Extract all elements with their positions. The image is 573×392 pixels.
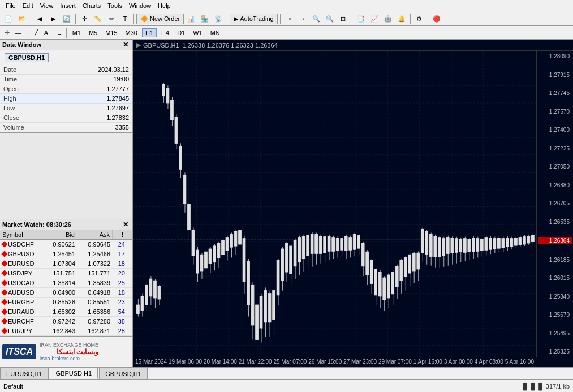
chart-arrow-icon: ▶: [136, 41, 141, 49]
tf-mn[interactable]: MN: [207, 28, 223, 37]
list-item[interactable]: EURJPY 162.843 162.871 28: [0, 326, 132, 336]
alert-btn[interactable]: 🔔: [395, 12, 408, 25]
svg-rect-42: [158, 286, 161, 299]
tf-m5[interactable]: M5: [85, 28, 101, 37]
list-item[interactable]: EURUSD 1.07304 1.07322 18: [0, 259, 132, 269]
price-label: 1.26185: [538, 257, 572, 263]
draw-btn[interactable]: ✏: [105, 12, 118, 25]
svg-rect-172: [434, 236, 437, 257]
bottom-tabs: EURUSD,H1 GBPUSD,H1 GBPUSD,H1: [0, 367, 573, 380]
menu-charts[interactable]: Charts: [79, 1, 104, 10]
autoscroll-btn[interactable]: ↔: [296, 12, 309, 25]
svg-rect-96: [273, 291, 275, 320]
history-btn[interactable]: 📊: [185, 12, 197, 25]
trendline-btn[interactable]: ╱: [32, 27, 41, 38]
field-value: 19:00: [73, 75, 132, 84]
menu-edit[interactable]: Edit: [19, 1, 37, 10]
svg-rect-48: [171, 100, 174, 120]
zoomin-btn[interactable]: 🔍: [310, 12, 322, 25]
menu-help[interactable]: Help: [154, 1, 174, 10]
text2-btn[interactable]: A: [42, 27, 50, 38]
zoomout-btn[interactable]: 🔍: [324, 12, 336, 25]
panel-spacer: [0, 133, 132, 219]
period-sep-btn[interactable]: ⊞: [337, 12, 350, 25]
list-item[interactable]: USDJPY 151.751 151.771 20: [0, 269, 132, 278]
tf-w1[interactable]: W1: [189, 28, 206, 37]
svg-rect-216: [527, 236, 530, 243]
svg-rect-104: [290, 246, 292, 274]
svg-rect-126: [336, 238, 339, 251]
auto-trading-icon: ▶: [234, 15, 238, 23]
list-item[interactable]: EURGBP 0.85528 0.85551 23: [0, 298, 132, 307]
menu-window[interactable]: Window: [126, 1, 154, 10]
svg-rect-100: [281, 249, 284, 281]
field-label: Open: [0, 84, 73, 94]
crosshair-btn2[interactable]: ✛: [2, 27, 12, 38]
chart-shift-btn[interactable]: ⇥: [283, 12, 295, 25]
svg-rect-114: [311, 234, 313, 254]
signals-btn[interactable]: 📡: [212, 12, 225, 25]
svg-rect-180: [451, 238, 454, 253]
chart-area[interactable]: ▶ GBPUSD,H1 1.26338 1.26376 1.26323 1.26…: [133, 40, 573, 367]
field-label: Time: [0, 75, 73, 84]
forward-btn[interactable]: ▶: [47, 12, 59, 25]
list-item[interactable]: AUDUSD 0.64900 0.64918 18: [0, 288, 132, 298]
chart-canvas[interactable]: [133, 51, 536, 357]
crosshair-btn[interactable]: ✛: [78, 12, 91, 25]
new-chart-btn[interactable]: 📄: [2, 12, 15, 25]
tf-m30[interactable]: M30: [122, 28, 141, 37]
sep10: [66, 28, 67, 38]
date-label: 27 Mar 23:00: [343, 359, 377, 366]
list-item[interactable]: USDCHF 0.90621 0.90645 24: [0, 240, 132, 249]
list-item[interactable]: EURCHF 0.97242 0.97280 38: [0, 317, 132, 326]
field-value: 1.27845: [73, 94, 132, 104]
svg-rect-130: [344, 236, 347, 251]
tf-h1[interactable]: H1: [142, 28, 157, 37]
menu-view[interactable]: View: [37, 1, 57, 10]
menu-insert[interactable]: Insert: [57, 1, 79, 10]
svg-rect-60: [196, 250, 199, 273]
experts-btn[interactable]: 🤖: [382, 12, 394, 25]
market-watch-close[interactable]: ✕: [121, 221, 130, 229]
refresh-btn[interactable]: 🔄: [61, 12, 73, 25]
tab-gbpusd-2[interactable]: GBPUSD,H1: [99, 368, 148, 379]
auto-trading-btn[interactable]: ▶ AutoTrading: [230, 14, 278, 24]
vline-btn[interactable]: |: [25, 27, 31, 38]
list-item[interactable]: USDCAD 1.35814 1.35839 25: [0, 278, 132, 288]
market-btn[interactable]: 🏪: [199, 12, 211, 25]
tf-m15[interactable]: M15: [102, 28, 120, 37]
line-btn[interactable]: 📏: [92, 12, 104, 25]
status-bar: Default ▐▌▐▌▐▌ 317/1 kb: [0, 380, 573, 392]
svg-rect-56: [188, 204, 191, 230]
tf-h4[interactable]: H4: [158, 28, 173, 37]
new-order-btn[interactable]: 🔶 New Order: [136, 14, 184, 24]
fibonacci-btn[interactable]: ≡: [55, 27, 63, 38]
list-item[interactable]: GBPUSD 1.25451 1.25468 17: [0, 249, 132, 259]
menu-file[interactable]: File: [2, 1, 19, 10]
tf-m1[interactable]: M1: [69, 28, 84, 37]
hline-btn[interactable]: —: [13, 27, 24, 38]
data-window-close[interactable]: ✕: [121, 41, 130, 49]
list-item[interactable]: EURAUD 1.65302 1.65356 54: [0, 307, 132, 317]
templates-btn[interactable]: 📑: [355, 12, 367, 25]
logo-area: ITSCA IRAN EXCHANGE HOME وبسایت ایتسکا i…: [0, 336, 132, 367]
symbol-name: GBPUSD: [8, 251, 34, 257]
notification-btn[interactable]: 🔴: [430, 12, 443, 25]
svg-rect-164: [417, 253, 420, 269]
svg-rect-102: [285, 243, 288, 272]
new-order-icon: 🔶: [140, 15, 148, 23]
indicators-btn[interactable]: 📈: [368, 12, 381, 25]
tab-gbpusd-active[interactable]: GBPUSD,H1: [50, 368, 98, 379]
options-btn[interactable]: ⚙: [413, 12, 425, 25]
tab-eurusd[interactable]: EURUSD,H1: [0, 368, 49, 379]
table-row-high: High 1.27845: [0, 94, 132, 104]
text-btn[interactable]: T: [119, 12, 131, 25]
open-btn[interactable]: 📂: [16, 12, 28, 25]
back-btn[interactable]: ◀: [33, 12, 46, 25]
svg-rect-86: [251, 285, 254, 325]
col-spread: !: [113, 230, 126, 239]
tf-d1[interactable]: D1: [174, 28, 188, 37]
menu-tools[interactable]: Tools: [104, 1, 126, 10]
price-label: 1.26705: [538, 200, 572, 206]
svg-rect-206: [506, 238, 509, 247]
